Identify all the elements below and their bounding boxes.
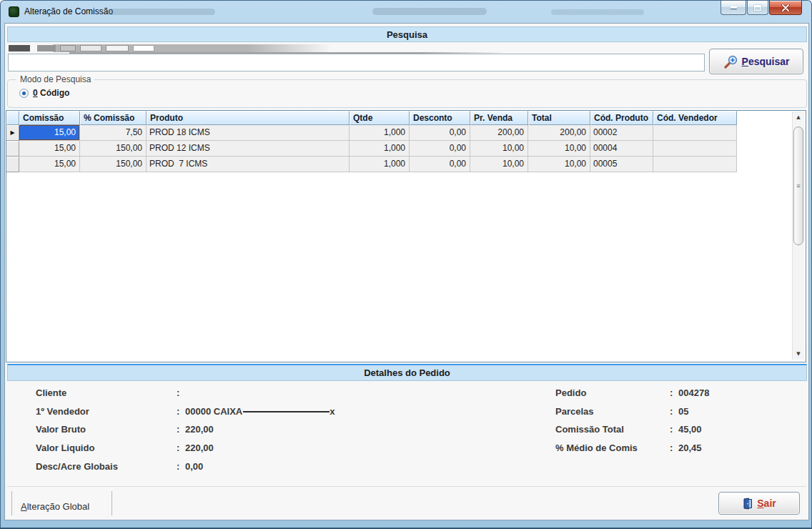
cell-total[interactable]: 10,00: [528, 157, 590, 172]
cell-cod-produto[interactable]: 00002: [590, 125, 653, 141]
footer-divider: [7, 486, 806, 487]
cell-total[interactable]: 10,00: [528, 141, 590, 157]
details-right-column: Pedido : 004278 Parcelas : 05 Comissão T…: [555, 384, 709, 457]
detail-row-pedido: Pedido : 004278: [555, 384, 709, 402]
cell-produto[interactable]: PROD 12 ICMS: [147, 141, 350, 157]
cell-desconto[interactable]: 0,00: [410, 141, 470, 157]
grid-header-desconto: Desconto: [410, 111, 470, 125]
scrollbar-thumb[interactable]: ≡: [793, 127, 803, 245]
cell-pct-comissao[interactable]: 7,50: [80, 125, 147, 141]
detail-row-cliente: Cliente :: [36, 384, 335, 402]
detail-row-vendedor: 1º Vendedor : 00000 CAIXA x: [36, 402, 335, 421]
cell-pct-comissao[interactable]: 150,00: [80, 141, 147, 157]
maximize-icon: [754, 5, 761, 11]
alteracao-global-button[interactable]: Alteração Global: [21, 501, 89, 512]
close-button[interactable]: [769, 1, 802, 15]
background-artifact: [551, 9, 644, 15]
cell-comissao[interactable]: 15,00: [19, 125, 80, 141]
grid-header-pct-comissao: % Comissão: [80, 111, 147, 125]
grid-header-cod-vendedor: Cód. Vendedor: [653, 111, 737, 125]
search-input[interactable]: [8, 54, 705, 71]
grid-header-qtde: Qtde: [350, 111, 410, 125]
background-artifact: [9, 44, 552, 54]
scroll-up-icon[interactable]: ▲: [793, 112, 804, 123]
detail-label: Desc/Acre Globais: [36, 461, 177, 472]
row-indicator: [6, 157, 19, 172]
grid-vertical-scrollbar[interactable]: ▲ ≡ ▼: [792, 112, 804, 360]
grid-header-indicator: [6, 111, 19, 125]
cell-cod-vendedor[interactable]: [653, 157, 737, 172]
detail-row-valor-liquido: Valor Liquido : 220,00: [36, 439, 335, 458]
detail-value: 00000 CAIXA: [185, 406, 242, 417]
details-section-header: Detalhes do Pedido: [7, 364, 807, 381]
cell-desconto[interactable]: 0,00: [410, 157, 470, 172]
background-artifact: [372, 8, 487, 15]
search-mode-group-label: Modo de Pesquisa: [16, 74, 94, 84]
vendor-line: [243, 411, 330, 412]
titlebar[interactable]: Alteração de Comissão: [1, 1, 811, 23]
detail-row-parcelas: Parcelas : 05: [555, 402, 709, 421]
search-section-header: Pesquisa: [7, 26, 807, 42]
detail-label: Valor Liquido: [36, 443, 177, 453]
minimize-icon: [731, 6, 737, 9]
search-button-label: Pesquisar: [742, 56, 790, 67]
detail-value: 45,00: [678, 424, 702, 435]
cell-pr-venda[interactable]: 200,00: [470, 125, 528, 141]
detail-value: 05: [678, 406, 688, 417]
background-artifact: [108, 9, 215, 15]
cell-cod-produto[interactable]: 00004: [590, 141, 653, 157]
results-grid: Comissão % Comissão Produto Qtde Descont…: [6, 110, 806, 362]
detail-label: 1º Vendedor: [36, 406, 177, 417]
grid-header-row: Comissão % Comissão Produto Qtde Descont…: [6, 111, 806, 125]
maximize-button[interactable]: [747, 1, 768, 15]
search-mode-option-codigo[interactable]: 0 Código: [19, 88, 69, 98]
exit-button[interactable]: Sair: [718, 492, 800, 515]
close-icon: [781, 4, 790, 11]
search-section-title: Pesquisa: [387, 29, 427, 40]
detail-label: Pedido: [555, 387, 670, 398]
cell-pct-comissao[interactable]: 150,00: [80, 157, 147, 172]
cell-cod-vendedor[interactable]: [653, 125, 737, 141]
app-icon: [9, 6, 19, 17]
cell-produto[interactable]: PROD 18 ICMS: [147, 125, 350, 141]
cell-pr-venda[interactable]: 10,00: [470, 157, 528, 172]
detail-label: Comissão Total: [555, 424, 670, 435]
grid-header-total: Total: [528, 111, 590, 125]
search-button[interactable]: Pesquisar: [709, 49, 803, 74]
details-left-column: Cliente : 1º Vendedor : 00000 CAIXA x Va…: [36, 384, 335, 475]
detail-label: Parcelas: [555, 406, 670, 417]
cell-comissao[interactable]: 15,00: [19, 157, 80, 172]
cell-total[interactable]: 200,00: [528, 125, 590, 141]
active-row-marker-icon: ▶: [6, 125, 19, 141]
cell-pr-venda[interactable]: 10,00: [470, 141, 528, 157]
cell-qtde[interactable]: 1,000: [350, 157, 410, 172]
footer-separator: [112, 491, 112, 515]
grid-header-comissao: Comissão: [19, 111, 80, 125]
minimize-button[interactable]: [721, 1, 746, 15]
grid-header-produto: Produto: [147, 111, 350, 125]
detail-value: 004278: [678, 387, 709, 398]
detail-label: Valor Bruto: [36, 424, 177, 435]
cell-qtde[interactable]: 1,000: [350, 125, 410, 141]
scroll-down-icon[interactable]: ▼: [793, 348, 804, 360]
details-section-title: Detalhes do Pedido: [364, 367, 450, 378]
radio-button-icon: [19, 89, 29, 98]
detail-row-valor-bruto: Valor Bruto : 220,00: [36, 420, 335, 439]
exit-button-label: Sair: [757, 498, 776, 509]
cell-desconto[interactable]: 0,00: [410, 125, 470, 141]
caption-buttons: [720, 1, 802, 15]
detail-label: % Médio de Comis: [555, 443, 670, 453]
detail-label: Cliente: [36, 387, 177, 398]
cell-cod-vendedor[interactable]: [653, 141, 737, 157]
cell-cod-produto[interactable]: 00005: [590, 157, 653, 172]
cell-qtde[interactable]: 1,000: [350, 141, 410, 157]
detail-row-comissao-total: Comissão Total : 45,00: [555, 420, 709, 439]
detail-row-medio-comis: % Médio de Comis : 20,45: [555, 439, 709, 458]
grid-header-pr-venda: Pr. Venda: [470, 111, 528, 125]
table-row: 15,00 150,00 PROD 7 ICMS 1,000 0,00 10,0…: [6, 157, 806, 172]
cell-comissao[interactable]: 15,00: [19, 141, 80, 157]
detail-value: 20,45: [678, 443, 702, 453]
detail-value: 220,00: [185, 424, 214, 435]
cell-produto[interactable]: PROD 7 ICMS: [147, 157, 350, 172]
grid-header-cod-produto: Cód. Produto: [590, 111, 653, 125]
